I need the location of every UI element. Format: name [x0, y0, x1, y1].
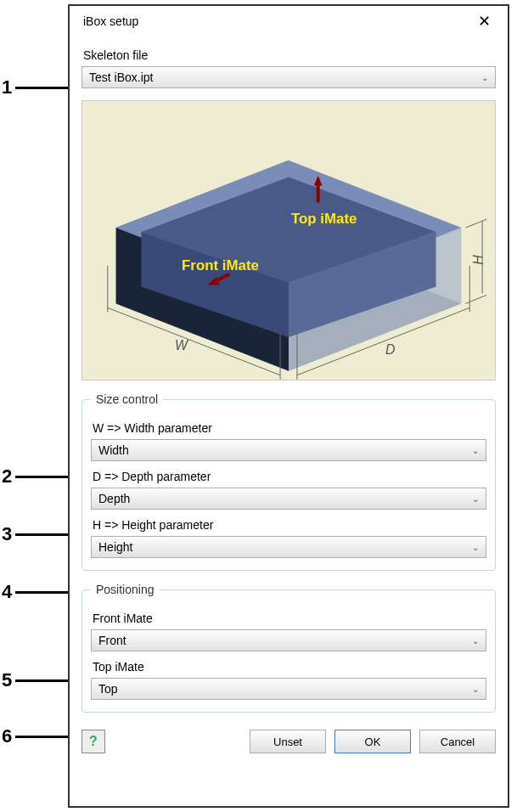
callout-4: 4 — [2, 581, 12, 603]
height-param-label: H => Height parameter — [93, 518, 486, 532]
top-imate-value: Top — [98, 682, 472, 696]
top-imate-label: Top iMate — [93, 660, 486, 674]
help-button[interactable]: ? — [81, 730, 105, 753]
svg-line-18 — [465, 219, 486, 228]
front-imate-value: Front — [98, 634, 472, 647]
ibox-setup-dialog: iBox setup ✕ Skeleton file Test iBox.ipt… — [68, 4, 509, 808]
top-imate-dropdown[interactable]: Top ⌄ — [91, 678, 486, 700]
skeleton-file-label: Skeleton file — [83, 48, 496, 62]
callout-5: 5 — [2, 669, 12, 691]
front-imate-label-svg: Front iMate — [182, 257, 259, 273]
chevron-down-icon: ⌄ — [472, 636, 479, 646]
help-icon: ? — [89, 734, 98, 749]
width-param-value: Width — [98, 443, 472, 457]
chevron-down-icon: ⌄ — [472, 446, 479, 455]
top-imate-label-svg: Top iMate — [291, 211, 357, 227]
unset-button[interactable]: Unset — [250, 730, 326, 753]
chevron-down-icon: ⌄ — [472, 543, 479, 552]
skeleton-file-dropdown[interactable]: Test iBox.ipt ⌄ — [81, 66, 496, 88]
size-control-group: Size control W => Width parameter Width … — [81, 392, 496, 571]
cancel-button[interactable]: Cancel — [419, 730, 496, 753]
callout-1: 1 — [2, 76, 12, 99]
dialog-content: Skeleton file Test iBox.ipt ⌄ — [70, 33, 508, 765]
width-param-dropdown[interactable]: Width ⌄ — [91, 439, 486, 461]
width-param-label: W => Width parameter — [93, 421, 486, 435]
w-dim-label: W — [175, 338, 189, 352]
depth-param-dropdown[interactable]: Depth ⌄ — [91, 488, 486, 510]
positioning-group: Positioning Front iMate Front ⌄ Top iMat… — [81, 583, 496, 713]
button-row: ? Unset OK Cancel — [81, 730, 496, 753]
callout-6: 6 — [2, 725, 12, 747]
front-imate-label: Front iMate — [93, 612, 486, 625]
skeleton-file-value: Test iBox.ipt — [89, 70, 481, 84]
depth-param-value: Depth — [98, 492, 472, 505]
svg-line-19 — [465, 295, 486, 303]
ok-button[interactable]: OK — [334, 730, 411, 753]
close-icon[interactable]: ✕ — [468, 12, 501, 31]
chevron-down-icon: ⌄ — [472, 685, 479, 694]
dialog-title: iBox setup — [83, 14, 468, 28]
positioning-legend: Positioning — [91, 583, 160, 596]
preview-image: Top iMate Front iMate W — [81, 100, 496, 381]
chevron-down-icon: ⌄ — [472, 494, 479, 504]
size-control-legend: Size control — [91, 392, 163, 406]
depth-param-label: D => Depth parameter — [93, 470, 486, 483]
height-param-value: Height — [98, 540, 472, 554]
front-imate-dropdown[interactable]: Front ⌄ — [91, 629, 486, 651]
height-param-dropdown[interactable]: Height ⌄ — [91, 536, 486, 558]
d-dim-label: D — [385, 342, 395, 357]
callout-3: 3 — [2, 523, 12, 545]
callout-2: 2 — [2, 465, 12, 488]
h-dim-label: H — [471, 255, 486, 265]
titlebar: iBox setup ✕ — [70, 6, 508, 33]
chevron-down-icon: ⌄ — [481, 73, 488, 82]
